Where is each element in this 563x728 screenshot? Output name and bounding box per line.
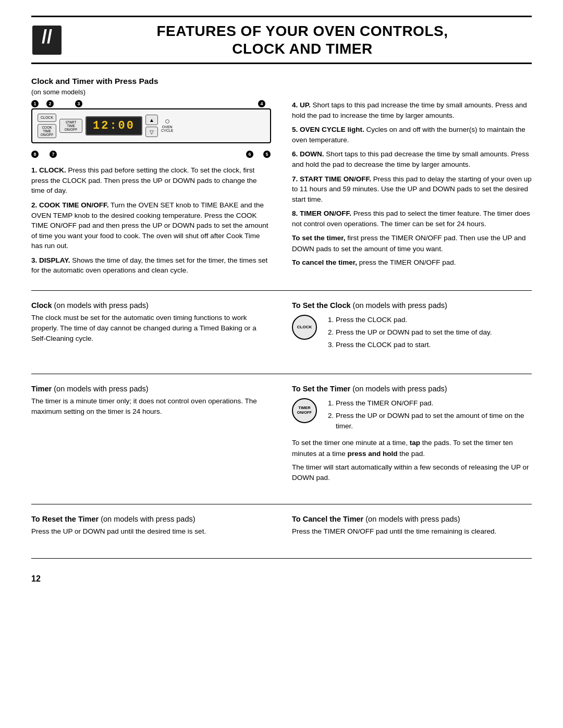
press-pads-section: Clock and Timer with Press Pads (on some… [31, 77, 532, 280]
set-timer-steps: Press the TIMER ON/OFF pad. Press the UP… [327, 398, 532, 434]
reset-body: Press the UP or DOWN pad until the desir… [31, 526, 271, 537]
divider-1 [31, 290, 532, 291]
set-clock-step-3: Press the CLOCK pad to start. [336, 340, 492, 350]
clock-left: Clock (on models with press pads) The cl… [31, 301, 271, 353]
clock-button-illustration: CLOCK [292, 315, 317, 340]
divider-2 [31, 374, 532, 374]
set-clock-steps: Press the CLOCK pad. Press the UP or DOW… [327, 315, 492, 353]
timer-body: The timer is a minute timer only; it doe… [31, 396, 271, 417]
timer-tap-text: To set the timer one minute at a time, t… [292, 438, 532, 459]
divider-3 [31, 504, 532, 504]
right-instructions: 4. UP. Short taps to this pad increase t… [292, 100, 532, 229]
label-3: 3 [75, 100, 82, 107]
set-timer-title: To Set the Timer (on models with press p… [292, 385, 532, 393]
clock-body: The clock must be set for the automatic … [31, 313, 271, 344]
center-controls: STARTTIMEON/OFF [59, 119, 82, 133]
label-1: 1 [31, 100, 39, 107]
press-pads-title: Clock and Timer with Press Pads [31, 77, 532, 86]
timer-button-illustration: TIMER ON/OFF [292, 398, 317, 423]
label-8: 8 [31, 151, 39, 158]
left-button-group: CLOCK COOKTIMEON/OFF [38, 114, 56, 138]
instruction-6: 6. DOWN. Short taps to this pad decrease… [292, 149, 532, 169]
page-title: FEATURES OF YOUR OVEN CONTROLS, CLOCK AN… [73, 22, 532, 57]
set-timer-row: TIMER ON/OFF Press the TIMER ON/OFF pad.… [292, 398, 532, 434]
set-timer-step-2: Press the UP or DOWN pad to set the amou… [336, 411, 532, 432]
instruction-7: 7. START TIME ON/OFF. Press this pad to … [292, 174, 532, 205]
clock-button[interactable]: CLOCK [38, 114, 56, 122]
set-clock-row: CLOCK Press the CLOCK pad. Press the UP … [292, 315, 532, 353]
label-2: 2 [46, 100, 54, 107]
reset-section: To Reset the Timer (on models with press… [31, 515, 532, 547]
instruction-8: 8. TIMER ON/OFF. Press this pad to selec… [292, 208, 532, 229]
up-button[interactable]: ▲ [145, 115, 158, 125]
set-timer-step-1: Press the TIMER ON/OFF pad. [336, 398, 532, 409]
reset-left: To Reset the Timer (on models with press… [31, 515, 271, 537]
label-7: 7 [50, 151, 57, 158]
oven-cycle-light [165, 119, 169, 124]
clock-title: Clock (on models with press pads) [31, 301, 271, 310]
oven-cycle-indicator: OVENCYCLE [161, 119, 173, 133]
clock-section: Clock (on models with press pads) The cl… [31, 301, 532, 363]
timer-set-text: To set the timer, first press the TIMER … [292, 233, 532, 254]
timer-section: Timer (on models with press pads) The ti… [31, 385, 532, 494]
svg-text://: // [42, 26, 52, 47]
divider-4 [31, 558, 532, 559]
timer-left: Timer (on models with press pads) The ti… [31, 385, 271, 484]
instruction-1: 1. CLOCK. Press this pad before setting … [31, 165, 271, 196]
instruction-3: 3. DISPLAY. Shows the time of day, the t… [31, 255, 271, 276]
left-instructions: 1. CLOCK. Press this pad before setting … [31, 165, 271, 276]
timer-cancel-text: To cancel the timer, press the TIMER ON/… [292, 257, 532, 268]
instruction-4: 4. UP. Short taps to this pad increase t… [292, 100, 532, 120]
press-pads-subnote: (on some models) [31, 88, 532, 96]
control-panel: CLOCK COOKTIMEON/OFF STARTTIMEON/OFF 12:… [31, 108, 271, 143]
set-clock-title: To Set the Clock (on models with press p… [292, 301, 532, 310]
logo-icon: // [31, 24, 63, 56]
page-header: // FEATURES OF YOUR OVEN CONTROLS, CLOCK… [31, 16, 532, 64]
time-display: 12:00 [85, 116, 142, 135]
reset-title: To Reset the Timer (on models with press… [31, 515, 271, 523]
cancel-body: Press the TIMER ON/OFF pad until the tim… [292, 526, 532, 537]
label-6: 6 [246, 151, 253, 158]
page-number: 12 [31, 574, 532, 584]
label-5: 5 [263, 151, 271, 158]
label-4: 4 [258, 100, 265, 107]
down-button[interactable]: ▽ [145, 127, 158, 137]
set-clock-step-1: Press the CLOCK pad. [336, 315, 492, 325]
cancel-title: To Cancel the Timer (on models with pres… [292, 515, 532, 523]
cook-time-button[interactable]: COOKTIMEON/OFF [38, 124, 56, 138]
instruction-2: 2. COOK TIME ON/OFF. Turn the OVEN SET k… [31, 200, 271, 251]
timer-title: Timer (on models with press pads) [31, 385, 271, 393]
set-clock-step-2: Press the UP or DOWN pad to set the time… [336, 327, 492, 338]
clock-right: To Set the Clock (on models with press p… [292, 301, 532, 353]
timer-auto-text: The timer will start automatically withi… [292, 462, 532, 484]
instruction-5: 5. OVEN CYCLE light. Cycles on and off w… [292, 125, 532, 145]
arrow-buttons: ▲ ▽ [145, 115, 158, 137]
control-panel-diagram: 1 2 3 4 CLOCK COOKTIMEON/OFF [31, 100, 271, 158]
cancel-right: To Cancel the Timer (on models with pres… [292, 515, 532, 537]
start-time-button[interactable]: STARTTIMEON/OFF [59, 119, 82, 133]
timer-right: To Set the Timer (on models with press p… [292, 385, 532, 484]
